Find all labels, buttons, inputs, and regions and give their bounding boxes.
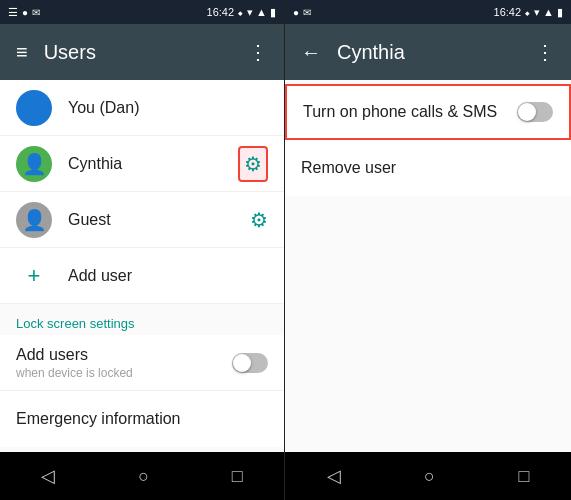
right-panel: ● ✉ 16:42 ⬥ ▾ ▲ ▮ ← Cynthia ⋮ Turn on ph…: [285, 0, 571, 500]
right-nav-bar: ◁ ○ □: [285, 452, 571, 500]
sms-icon: ✉: [32, 7, 40, 18]
right-spacer: [285, 196, 571, 452]
right-toolbar: ← Cynthia ⋮: [285, 24, 571, 80]
add-users-subtitle: when device is locked: [16, 366, 232, 380]
right-bluetooth-icon: ⬥: [524, 6, 531, 18]
right-menu-icon: ●: [293, 7, 299, 18]
left-recent-btn[interactable]: □: [232, 466, 243, 487]
right-status-right: 16:42 ⬥ ▾ ▲ ▮: [494, 6, 563, 19]
right-toolbar-title: Cynthia: [337, 41, 519, 64]
right-status-bar: ● ✉ 16:42 ⬥ ▾ ▲ ▮: [285, 0, 571, 24]
cynthia-avatar: 👤: [16, 146, 52, 182]
add-users-text: Add users when device is locked: [16, 346, 232, 380]
right-sms-icon: ✉: [303, 7, 311, 18]
remove-user-label: Remove user: [301, 159, 396, 177]
add-users-toggle[interactable]: [232, 353, 268, 373]
remove-user-item[interactable]: Remove user: [285, 140, 571, 196]
you-avatar: 👤: [16, 90, 52, 126]
emergency-info-label: Emergency information: [16, 410, 181, 428]
emergency-info-item[interactable]: Emergency information: [0, 391, 284, 447]
left-time: 16:42: [207, 6, 235, 18]
right-wifi-icon: ▾: [534, 6, 540, 19]
left-nav-bar: ◁ ○ □: [0, 452, 284, 500]
wifi-icon: ▾: [247, 6, 253, 19]
right-recent-btn[interactable]: □: [518, 466, 529, 487]
right-back-nav-btn[interactable]: ◁: [327, 465, 341, 487]
left-toolbar: ≡ Users ⋮: [0, 24, 284, 80]
cynthia-label: Cynthia: [68, 155, 238, 173]
phone-sms-row[interactable]: Turn on phone calls & SMS: [285, 84, 571, 140]
right-time: 16:42: [494, 6, 522, 18]
right-home-btn[interactable]: ○: [424, 466, 435, 487]
add-user-label: Add user: [68, 267, 268, 285]
guest-label: Guest: [68, 211, 250, 229]
signal-icon: ▲: [256, 6, 267, 18]
you-label: You (Dan): [68, 99, 268, 117]
right-more-options-icon[interactable]: ⋮: [535, 40, 555, 64]
battery-icon: ▮: [270, 6, 276, 19]
lock-screen-section-header[interactable]: Lock screen settings: [0, 304, 284, 335]
guest-gear-icon[interactable]: ⚙: [250, 208, 268, 232]
left-status-right: 16:42 ⬥ ▾ ▲ ▮: [207, 6, 276, 19]
guest-avatar: 👤: [16, 202, 52, 238]
user-guest-item[interactable]: 👤 Guest ⚙: [0, 192, 284, 248]
bluetooth-icon: ⬥: [237, 6, 244, 18]
left-status-bar: ☰ ● ✉ 16:42 ⬥ ▾ ▲ ▮: [0, 0, 284, 24]
menu-icon: ☰: [8, 6, 18, 19]
left-back-btn[interactable]: ◁: [41, 465, 55, 487]
add-users-title: Add users: [16, 346, 232, 364]
left-more-options-icon[interactable]: ⋮: [248, 40, 268, 64]
lock-screen-label: Lock screen settings: [16, 316, 135, 331]
add-user-item[interactable]: + Add user: [0, 248, 284, 304]
left-toolbar-title: Users: [44, 41, 232, 64]
left-home-btn[interactable]: ○: [138, 466, 149, 487]
user-you-item[interactable]: 👤 You (Dan): [0, 80, 284, 136]
phone-sms-toggle[interactable]: [517, 102, 553, 122]
right-battery-icon: ▮: [557, 6, 563, 19]
right-signal-icon: ▲: [543, 6, 554, 18]
user-cynthia-item[interactable]: 👤 Cynthia ⚙: [0, 136, 284, 192]
right-status-icons: ● ✉: [293, 7, 311, 18]
whatsapp-icon: ●: [22, 7, 28, 18]
add-users-row[interactable]: Add users when device is locked: [0, 335, 284, 391]
phone-sms-label: Turn on phone calls & SMS: [303, 103, 517, 121]
right-back-icon[interactable]: ←: [301, 41, 321, 64]
cynthia-gear-icon[interactable]: ⚙: [238, 146, 268, 182]
left-panel: ☰ ● ✉ 16:42 ⬥ ▾ ▲ ▮ ≡ Users ⋮ 👤 You (Dan…: [0, 0, 285, 500]
left-status-icons: ☰ ● ✉: [8, 6, 40, 19]
add-user-icon: +: [16, 258, 52, 294]
hamburger-menu-icon[interactable]: ≡: [16, 41, 28, 64]
